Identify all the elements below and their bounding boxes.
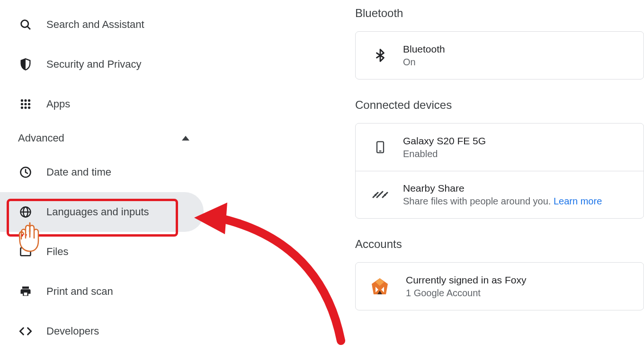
svg-point-8 <box>21 106 23 109</box>
bluetooth-icon <box>370 45 391 66</box>
sidebar-item-print-scan[interactable]: Print and scan <box>0 272 218 311</box>
learn-more-link[interactable]: Learn more <box>554 196 602 206</box>
nearby-share-row[interactable]: Nearby Share Share files with people aro… <box>356 171 644 218</box>
bluetooth-status: On <box>403 57 445 68</box>
svg-point-9 <box>24 106 27 109</box>
settings-sidebar: Search and Assistant Security and Privac… <box>0 0 218 351</box>
settings-main-content: Bluetooth Bluetooth On Connected devices… <box>355 0 644 310</box>
section-title-accounts: Accounts <box>355 238 644 251</box>
nearby-share-icon <box>370 185 391 205</box>
sidebar-item-security-privacy[interactable]: Security and Privacy <box>0 44 218 84</box>
sidebar-item-label: Date and time <box>46 166 111 178</box>
code-icon <box>18 324 33 339</box>
svg-point-7 <box>28 103 30 105</box>
account-count: 1 Google Account <box>406 288 526 299</box>
folder-icon <box>18 244 33 259</box>
svg-line-1 <box>27 26 30 29</box>
svg-point-18 <box>375 194 376 195</box>
printer-icon <box>18 284 33 299</box>
sidebar-item-label: Print and scan <box>46 285 113 298</box>
svg-point-10 <box>28 106 30 109</box>
search-icon <box>18 17 33 32</box>
sidebar-section-advanced[interactable]: Advanced <box>0 124 218 152</box>
sidebar-item-search-assistant[interactable]: Search and Assistant <box>0 5 218 44</box>
smartphone-icon <box>370 137 391 158</box>
connected-devices-card: Galaxy S20 FE 5G Enabled Nearby Share Sh… <box>355 123 644 219</box>
sidebar-item-files[interactable]: Files <box>0 232 218 272</box>
section-title-connected-devices: Connected devices <box>355 98 644 112</box>
nearby-share-desc: Share files with people around you. Lear… <box>403 196 602 207</box>
shield-icon <box>18 57 33 72</box>
sidebar-item-label: Developers <box>46 325 99 337</box>
bluetooth-title: Bluetooth <box>403 44 445 55</box>
device-name: Galaxy S20 FE 5G <box>403 135 486 147</box>
device-status: Enabled <box>403 149 486 159</box>
sidebar-item-label: Search and Assistant <box>46 18 144 31</box>
clock-icon <box>18 165 33 180</box>
account-signed-in-title: Currently signed in as Foxy <box>406 274 526 286</box>
account-avatar-icon <box>370 276 390 296</box>
chevron-up-icon <box>182 136 189 141</box>
sidebar-item-apps[interactable]: Apps <box>0 84 218 124</box>
sidebar-item-label: Security and Privacy <box>46 58 142 71</box>
svg-point-19 <box>384 194 386 195</box>
sidebar-item-label: Files <box>46 246 68 258</box>
connected-device-row[interactable]: Galaxy S20 FE 5G Enabled <box>356 124 644 171</box>
accounts-card: Currently signed in as Foxy 1 Google Acc… <box>355 262 644 310</box>
sidebar-item-date-time[interactable]: Date and time <box>0 152 218 192</box>
sidebar-item-languages-inputs[interactable]: Languages and inputs <box>0 192 204 232</box>
bluetooth-card: Bluetooth On <box>355 31 644 79</box>
section-label: Advanced <box>18 132 64 144</box>
svg-point-4 <box>28 99 30 102</box>
svg-point-6 <box>24 103 27 105</box>
sidebar-item-label: Languages and inputs <box>46 206 149 218</box>
nearby-share-title: Nearby Share <box>403 183 602 194</box>
apps-grid-icon <box>18 97 33 112</box>
account-row[interactable]: Currently signed in as Foxy 1 Google Acc… <box>356 263 644 310</box>
globe-icon <box>18 204 33 220</box>
svg-point-5 <box>21 103 23 105</box>
svg-point-3 <box>24 99 27 102</box>
sidebar-item-label: Apps <box>46 98 70 110</box>
sidebar-item-developers[interactable]: Developers <box>0 311 218 351</box>
section-title-bluetooth: Bluetooth <box>355 7 644 20</box>
svg-point-0 <box>21 20 28 27</box>
bluetooth-row[interactable]: Bluetooth On <box>356 32 644 79</box>
svg-point-2 <box>21 99 23 102</box>
